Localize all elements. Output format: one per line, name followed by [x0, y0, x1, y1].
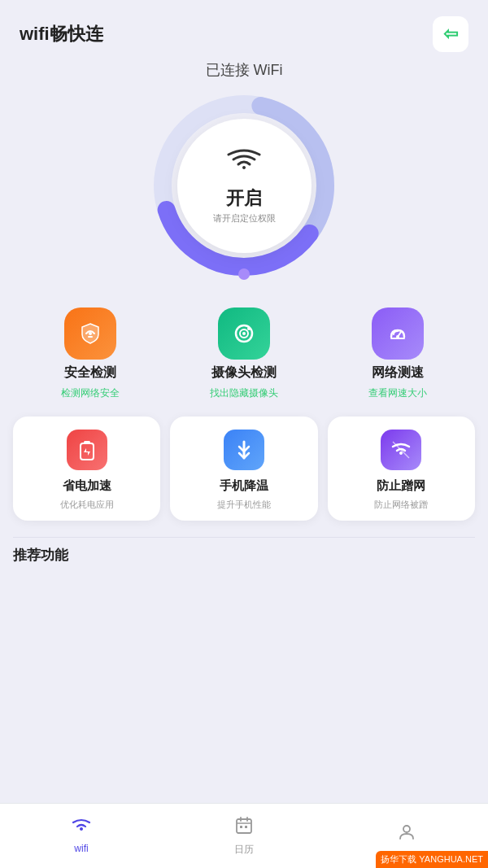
partial-title: 推荐功能: [13, 537, 475, 569]
protect-name: 防止蹭网: [377, 478, 425, 494]
security-desc: 检测网络安全: [61, 386, 120, 400]
svg-rect-12: [237, 819, 251, 833]
camera-desc: 找出隐藏摄像头: [210, 386, 278, 400]
card-protect[interactable]: 防止蹭网 防止网络被蹭: [328, 417, 475, 521]
svg-rect-16: [240, 826, 242, 828]
feature-security[interactable]: 安全检测 检测网络安全: [41, 308, 139, 400]
security-name: 安全检测: [64, 364, 116, 382]
tab-profile-icon: [397, 822, 416, 847]
tab-wifi-label: wifi: [74, 843, 88, 854]
tab-wifi-icon: [71, 818, 92, 840]
back-button[interactable]: ⇦: [433, 16, 468, 52]
donut-inner: 开启 请开启定位权限: [177, 119, 312, 253]
battery-desc: 优化耗电应用: [60, 499, 114, 511]
wifi-center-icon: [224, 146, 264, 183]
tab-wifi[interactable]: wifi: [33, 818, 130, 854]
svg-point-18: [403, 826, 410, 832]
tab-profile[interactable]: [358, 822, 455, 849]
app-title: wifi畅快连: [20, 22, 103, 46]
feature-camera[interactable]: 摄像头检测 找出隐藏摄像头: [195, 308, 293, 400]
protect-desc: 防止网络被蹭: [374, 499, 428, 511]
cool-name: 手机降温: [220, 478, 268, 494]
speed-desc: 查看网速大小: [368, 386, 427, 400]
partial-section: 推荐功能: [0, 537, 488, 569]
speed-icon: [372, 308, 424, 360]
donut-chart[interactable]: 开启 请开启定位权限: [146, 88, 342, 283]
tab-calendar[interactable]: 日历: [195, 816, 293, 857]
header: wifi畅快连 ⇦: [0, 0, 488, 60]
cool-desc: 提升手机性能: [217, 499, 271, 511]
battery-name: 省电加速: [63, 478, 111, 494]
card-battery[interactable]: 省电加速 优化耗电应用: [13, 417, 160, 521]
watermark: 扬华下载 YANGHUA.NET: [376, 851, 488, 868]
donut-sub-label: 请开启定位权限: [213, 212, 276, 225]
svg-point-6: [242, 332, 246, 335]
svg-rect-17: [245, 826, 247, 828]
svg-point-3: [89, 332, 92, 335]
feature-speed[interactable]: 网络测速 查看网速大小: [349, 308, 447, 400]
camera-icon: [218, 308, 270, 360]
cool-icon: [224, 430, 264, 470]
donut-main-label: 开启: [226, 186, 262, 211]
bottom-cards-grid: 省电加速 优化耗电应用 手机降温 提升手机性能 防止蹭网 防止网络被蹭: [0, 417, 488, 521]
top-features-grid: 安全检测 检测网络安全 摄像头检测 找出隐藏摄像头 网络测速 查看网速大小: [0, 308, 488, 400]
battery-icon: [67, 430, 107, 470]
svg-rect-10: [84, 441, 90, 444]
tab-calendar-label: 日历: [234, 843, 254, 857]
security-icon: [64, 308, 116, 360]
speed-name: 网络测速: [372, 364, 424, 382]
donut-indicator-dot: [238, 268, 250, 280]
wifi-status-text: 已连接 WiFi: [0, 60, 488, 80]
back-arrow-icon: ⇦: [443, 24, 458, 45]
protect-icon: [381, 430, 421, 470]
card-cool[interactable]: 手机降温 提升手机性能: [170, 417, 317, 521]
tab-calendar-icon: [234, 816, 254, 840]
camera-name: 摄像头检测: [211, 364, 277, 382]
svg-point-7: [247, 327, 251, 330]
